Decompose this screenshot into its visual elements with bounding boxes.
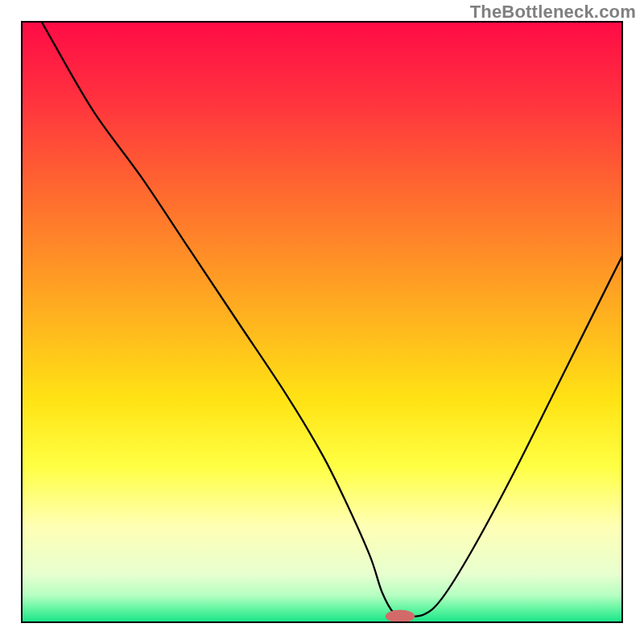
- plot-background: [22, 22, 622, 622]
- watermark-text: TheBottleneck.com: [470, 2, 636, 23]
- bottleneck-chart: [0, 0, 644, 644]
- optimal-marker: [386, 610, 415, 622]
- chart-container: TheBottleneck.com: [0, 0, 644, 644]
